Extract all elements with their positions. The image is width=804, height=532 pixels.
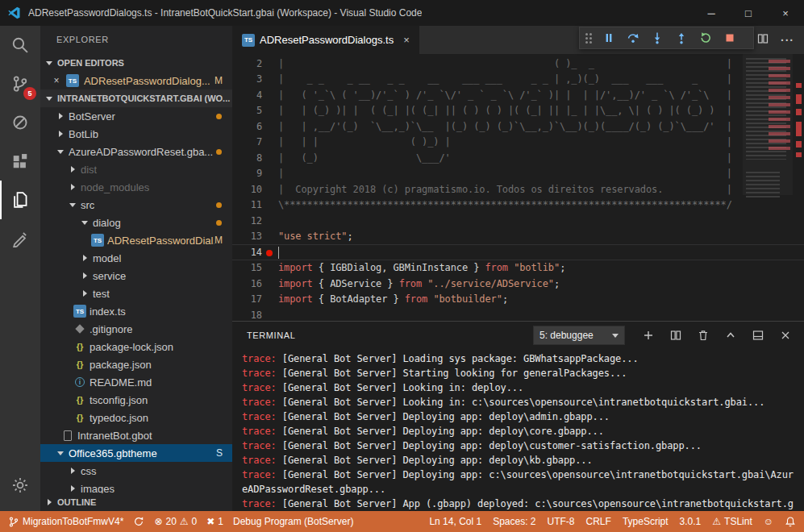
stop-button[interactable] xyxy=(719,28,741,48)
tool-count-item[interactable]: ✖ 1 xyxy=(206,516,223,527)
chevron-right-icon xyxy=(79,290,90,297)
tree-item-botserver[interactable]: BotServer xyxy=(40,107,232,125)
git-branch-item[interactable]: MigrationToBotFmwV4* xyxy=(8,516,123,528)
tree-item-typedoc[interactable]: {} typedoc.json xyxy=(40,409,232,426)
tree-item-botlib[interactable]: BotLib xyxy=(40,125,232,143)
encoding-item[interactable]: UTF-8 xyxy=(548,516,575,527)
tree-item-readme[interactable]: i README.md xyxy=(40,373,232,391)
notifications-bell-item[interactable] xyxy=(785,516,796,528)
tree-item-test[interactable]: test xyxy=(40,285,232,302)
more-actions-icon[interactable]: ··· xyxy=(781,34,794,47)
eol-item[interactable]: CRLF xyxy=(586,516,611,527)
new-terminal-icon[interactable] xyxy=(638,325,659,346)
close-button[interactable]: × xyxy=(767,0,804,26)
pause-button[interactable] xyxy=(598,28,620,48)
code-line[interactable]: 3| _ _ _ __ _ _ __ ___ ___ _ _ | ,_)(_) … xyxy=(232,72,804,88)
debug-icon[interactable] xyxy=(0,103,40,142)
settings-gear-icon[interactable] xyxy=(0,466,40,505)
ts-version-item[interactable]: 3.0.1 xyxy=(680,516,702,527)
code-line[interactable]: 9| | xyxy=(232,166,804,182)
drag-handle-icon[interactable] xyxy=(585,33,592,44)
code-line[interactable]: 11\*************************************… xyxy=(232,197,804,214)
code-line[interactable]: 13"use strict"; xyxy=(232,229,804,245)
sync-item[interactable] xyxy=(133,516,144,527)
panel-layout-icon[interactable] xyxy=(748,325,769,346)
code-editor[interactable]: 2| ( )_ _ | 3| _ _ _ __ _ _ __ ___ ___ _… xyxy=(232,54,804,321)
indentation-item[interactable]: Spaces: 2 xyxy=(493,516,535,527)
tree-item-office365-gbtheme[interactable]: Office365.gbtheme S xyxy=(40,444,232,462)
tree-item-intranetbot-gbot[interactable]: IntranetBot.gbot xyxy=(40,426,232,444)
open-editor-item[interactable]: × TS ADResetPasswordDialog... M xyxy=(40,72,232,89)
tree-item-index-ts[interactable]: TS index.ts xyxy=(40,302,232,320)
kill-terminal-trash-icon[interactable] xyxy=(693,325,714,346)
tree-item-node-modules[interactable]: node_modules xyxy=(40,178,232,196)
error-icon: ⊗ xyxy=(154,516,162,527)
tree-item-model[interactable]: model xyxy=(40,249,232,267)
close-tab-icon[interactable]: × xyxy=(403,34,410,46)
open-editors-header[interactable]: OPEN EDITORS xyxy=(40,54,232,72)
feedback-smiley-item[interactable]: ☺ xyxy=(764,516,773,527)
code-line[interactable]: 2| ( )_ _ | xyxy=(232,56,804,72)
maximize-button[interactable]: □ xyxy=(730,0,767,26)
code-line[interactable]: 15import { IGBDialog, GBMinInstance } fr… xyxy=(232,260,804,276)
terminal-output[interactable]: trace: [General Bot Server] Loading sys … xyxy=(232,349,804,511)
step-into-button[interactable] xyxy=(646,28,669,48)
cursor-position-item[interactable]: Ln 14, Col 1 xyxy=(429,516,481,527)
code-line[interactable]: 12 xyxy=(232,213,804,229)
maximize-panel-chevron-icon[interactable] xyxy=(720,325,741,346)
minimap[interactable] xyxy=(743,54,793,321)
close-panel-icon[interactable] xyxy=(775,325,796,346)
workspace-section-header[interactable]: INTRANETBOTQUICKSTART.GBAI (WO... xyxy=(40,89,232,107)
terminal-selector-dropdown[interactable]: 5: debuggee xyxy=(533,326,625,345)
terminal-title[interactable]: TERMINAL xyxy=(247,330,295,340)
step-over-button[interactable] xyxy=(622,28,644,48)
code-line[interactable]: 5| | (_) )| | ( (_| |( (_| || ( ) ( ) |(… xyxy=(232,103,804,119)
code-line[interactable]: 8| (_) \___/' | xyxy=(232,150,804,166)
chevron-down-icon xyxy=(55,150,66,154)
tree-item-src[interactable]: src xyxy=(40,196,232,214)
tree-item-images[interactable]: images xyxy=(40,480,232,493)
smiley-icon: ☺ xyxy=(764,516,773,527)
tree-item-adresetpassworddialogs[interactable]: TS ADResetPasswordDial... M xyxy=(40,231,232,249)
chevron-right-icon xyxy=(44,499,55,505)
tslint-item[interactable]: ⚠ TSLint xyxy=(712,516,752,527)
tree-item-css[interactable]: css xyxy=(40,462,232,480)
close-editor-icon[interactable]: × xyxy=(52,75,61,86)
tree-item-tsconfig[interactable]: {} tsconfig.json xyxy=(40,391,232,409)
sync-icon xyxy=(133,516,144,527)
title-bar: ADResetPasswordDialogs.ts - IntranetBotQ… xyxy=(0,0,804,26)
git-modified-dot xyxy=(216,114,222,119)
step-out-button[interactable] xyxy=(670,28,693,48)
search-icon[interactable] xyxy=(0,26,40,64)
split-editor-icon[interactable] xyxy=(756,32,769,48)
tree-item-package-lock[interactable]: {} package-lock.json xyxy=(40,338,232,355)
problems-item[interactable]: ⊗ 20 ⚠ 0 xyxy=(154,516,197,527)
tree-item-azureadpasswordreset[interactable]: AzureADPasswordReset.gba... xyxy=(40,143,232,160)
code-line[interactable]: 6| | ,__/'(_) `\__,_)`\__ |(_) (_) (_)`\… xyxy=(232,118,804,135)
code-line[interactable]: 10| Copyright 2018 (c) pragmatismo.io. T… xyxy=(232,181,804,197)
code-line[interactable]: 4| ( '_`\ ( '__)/'_` ) /'_ `\/' _ ` _ `\… xyxy=(232,87,804,103)
tree-item-dist[interactable]: dist xyxy=(40,160,232,178)
code-line[interactable]: 7| | | ( )_) | | xyxy=(232,135,804,151)
tree-item-dialog[interactable]: dialog xyxy=(40,214,232,231)
language-mode-item[interactable]: TypeScript xyxy=(623,516,669,527)
source-control-icon[interactable]: 5 xyxy=(0,64,40,103)
explorer-icon[interactable] xyxy=(0,181,40,219)
tree-item-package-json[interactable]: {} package.json xyxy=(40,355,232,373)
code-line[interactable]: 16import { ADService } from "../service/… xyxy=(232,276,804,292)
outline-header[interactable]: OUTLINE xyxy=(40,493,232,511)
minimize-button[interactable]: ─ xyxy=(693,0,730,26)
overview-ruler[interactable] xyxy=(793,54,804,321)
tab-adresetpassworddialogs[interactable]: TS ADResetPasswordDialogs.ts × xyxy=(232,26,419,54)
split-terminal-icon[interactable] xyxy=(665,325,686,346)
tree-item-gitignore[interactable]: .gitignore xyxy=(40,320,232,338)
extensions-icon[interactable] xyxy=(0,142,40,181)
code-line[interactable]: 17import { BotAdapter } from "botbuilder… xyxy=(232,292,804,308)
restart-button[interactable] xyxy=(694,28,717,48)
breakpoint-icon[interactable] xyxy=(266,250,273,256)
debug-program-item[interactable]: Debug Program (BotServer) xyxy=(233,516,353,527)
tree-item-service[interactable]: service xyxy=(40,267,232,285)
current-code-line[interactable]: 14 xyxy=(232,244,804,260)
code-line[interactable]: 18 xyxy=(232,307,804,321)
edit-icon[interactable] xyxy=(0,219,40,258)
